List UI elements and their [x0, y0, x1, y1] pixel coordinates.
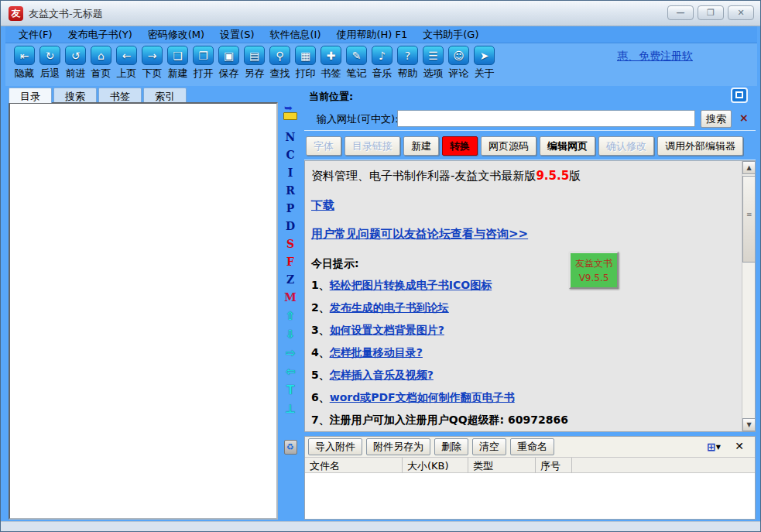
hotkey-letter-s[interactable]: S: [286, 235, 294, 253]
import-attachment-button[interactable]: 导入附件: [308, 438, 362, 455]
help-button[interactable]: ? 帮助: [395, 46, 420, 81]
tab-search[interactable]: 搜索: [53, 88, 97, 102]
address-close-icon[interactable]: ×: [739, 112, 749, 124]
delete-attachment-button[interactable]: 删除: [434, 438, 468, 455]
print-button[interactable]: ▦ 打印: [293, 46, 318, 81]
version-badge: 友益文书 V9.5.5: [569, 252, 619, 289]
panel-maximize-inner: [735, 91, 743, 98]
next-page-button[interactable]: → 下页: [139, 46, 165, 81]
tab-index[interactable]: 索引: [143, 88, 187, 102]
tip-link-3[interactable]: 如何设置文档背景图片?: [330, 324, 444, 336]
col-type[interactable]: 类型: [468, 458, 536, 473]
tip-num: 4、: [311, 346, 330, 359]
save-button[interactable]: ▣ 保存: [216, 46, 242, 81]
window-bottom-frame: [1, 521, 761, 532]
move-bottom-icon[interactable]: ⊥: [285, 400, 296, 418]
back-button[interactable]: ↻ 后退: [37, 46, 63, 81]
external-editor-button[interactable]: 调用外部编辑器: [657, 136, 743, 156]
tip-link-1[interactable]: 轻松把图片转换成电子书ICO图标: [330, 279, 492, 291]
menu-password[interactable]: 密码修改(M): [141, 26, 211, 43]
col-size[interactable]: 大小(KB): [403, 458, 468, 473]
save-icon: ▣: [218, 46, 239, 65]
tip-item-7: 7、注册用户可加入注册用户QQ超级群: 60972866: [311, 414, 733, 427]
col-filename[interactable]: 文件名: [305, 458, 403, 473]
about-label: 关于: [475, 67, 495, 81]
bookmark-button[interactable]: ✚ 书签: [318, 46, 344, 81]
tab-bookmarks[interactable]: 书签: [98, 88, 142, 102]
move-right-icon[interactable]: ⇨: [286, 344, 296, 362]
col-serial[interactable]: 序号: [536, 458, 572, 473]
grid-view-icon[interactable]: ⊞▼: [707, 441, 721, 453]
menu-file[interactable]: 文件(F): [12, 26, 60, 43]
hotkey-letter-r[interactable]: R: [286, 182, 295, 200]
menu-publish-ebook[interactable]: 发布电子书(Y): [61, 26, 139, 43]
rename-attachment-button[interactable]: 重命名: [510, 438, 554, 455]
app-window: 友 友益文书-无标题 — ❐ ✕ 文件(F) 发布电子书(Y) 密码修改(M) …: [0, 0, 761, 532]
open-folder-shortcut-icon[interactable]: ➥: [283, 107, 298, 121]
menu-doc-assistant[interactable]: 文书助手(G): [416, 26, 485, 43]
about-button[interactable]: ➤ 关于: [471, 46, 497, 81]
new-button[interactable]: ❏ 新建: [165, 46, 190, 81]
move-left-icon[interactable]: ⇦: [286, 362, 296, 381]
menu-settings[interactable]: 设置(S): [213, 26, 261, 43]
scroll-down-icon[interactable]: ▼: [742, 418, 756, 431]
url-input[interactable]: [397, 110, 695, 127]
download-link[interactable]: 下载: [311, 198, 334, 213]
contents-tree-panel[interactable]: [9, 102, 278, 520]
recycle-bin-icon[interactable]: ♻: [284, 440, 297, 455]
minimize-button[interactable]: —: [667, 5, 694, 20]
tip-link-4[interactable]: 怎样批量移动目录?: [330, 346, 423, 359]
new-doc-icon: ❏: [167, 46, 188, 65]
save-attachment-as-button[interactable]: 附件另存为: [366, 438, 430, 455]
save-as-button[interactable]: ▤ 另存: [242, 46, 267, 81]
hotkey-letter-m[interactable]: M: [284, 289, 297, 307]
move-down-icon[interactable]: ⇩: [286, 325, 296, 344]
content-scrollbar[interactable]: ▲ ▼: [742, 161, 755, 431]
hotkey-letter-c[interactable]: C: [286, 146, 294, 164]
move-up-icon[interactable]: ⇧: [286, 307, 296, 325]
find-button[interactable]: ⚲ 查找: [267, 46, 293, 81]
html-source-button[interactable]: 网页源码: [481, 136, 536, 156]
move-top-icon[interactable]: T: [286, 381, 294, 400]
close-button[interactable]: ✕: [728, 5, 754, 20]
hotkey-letter-n[interactable]: N: [286, 129, 296, 146]
attachments-table-body[interactable]: [305, 473, 755, 519]
scroll-up-icon[interactable]: ▲: [742, 161, 756, 174]
tab-contents[interactable]: 目录: [9, 88, 52, 103]
open-button[interactable]: ❐ 打开: [190, 46, 216, 81]
scrollbar-thumb[interactable]: [742, 176, 756, 263]
cursor-icon: ➤: [474, 46, 495, 65]
prev-page-button[interactable]: ← 上页: [114, 46, 139, 81]
url-search-button[interactable]: 搜索: [701, 110, 732, 128]
maximize-button[interactable]: ❐: [698, 5, 724, 20]
tip-link-5[interactable]: 怎样插入音乐及视频?: [330, 369, 434, 381]
clear-attachments-button[interactable]: 清空: [472, 438, 506, 455]
hotkey-letter-f[interactable]: F: [286, 253, 294, 271]
menu-software-info[interactable]: 软件信息(I): [263, 26, 328, 43]
comments-button[interactable]: ☺ 评论: [446, 46, 471, 81]
tip-link-6[interactable]: word或PDF文档如何制作翻页电子书: [330, 391, 515, 403]
faq-forum-link[interactable]: 用户常见问题可以友益论坛查看与咨询>>: [311, 227, 733, 242]
convert-button[interactable]: 转换: [442, 136, 478, 156]
tip-link-2[interactable]: 发布生成的电子书到论坛: [330, 301, 449, 314]
tip-item-4: 4、怎样批量移动目录?: [311, 346, 733, 360]
options-button[interactable]: ☰ 选项: [420, 46, 446, 81]
forward-button[interactable]: ↺ 前进: [63, 46, 88, 81]
attachments-close-icon[interactable]: ✕: [735, 440, 744, 452]
menu-help[interactable]: 使用帮助(H) F1: [329, 26, 414, 43]
hide-button[interactable]: ⇤ 隐藏: [12, 46, 37, 81]
current-location-label: 当前位置:: [309, 90, 353, 104]
home-button[interactable]: ⌂ 首页: [88, 46, 114, 81]
hotkey-letter-d[interactable]: D: [286, 218, 295, 235]
notes-button[interactable]: ✎ 笔记: [344, 46, 369, 81]
hotkey-letter-p[interactable]: P: [286, 200, 295, 218]
hotkey-letter-i[interactable]: I: [288, 164, 293, 182]
tip-num: 3、: [311, 324, 330, 336]
comments-label: 评论: [449, 67, 469, 81]
hotkey-letter-z[interactable]: Z: [286, 271, 294, 289]
register-marquee-link[interactable]: 惠、免费注册软: [617, 50, 693, 63]
edit-webpage-button[interactable]: 编辑网页: [540, 136, 595, 156]
music-button[interactable]: ♪ 音乐: [369, 46, 395, 81]
new-page-button[interactable]: 新建: [403, 136, 439, 156]
panel-maximize-icon[interactable]: [731, 88, 748, 103]
